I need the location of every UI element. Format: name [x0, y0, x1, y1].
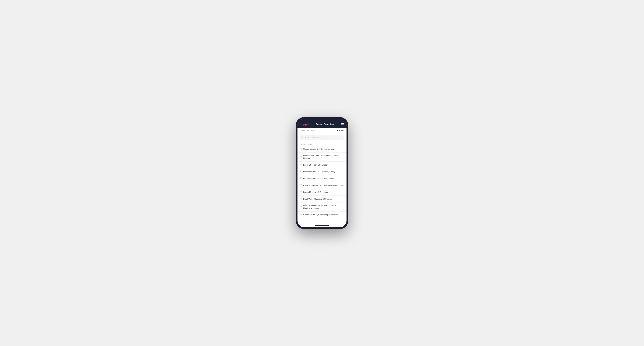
list-item[interactable]: Coombe Hill GC, Kingston upon Thames [298, 211, 346, 218]
svg-point-11 [301, 214, 301, 214]
nearby-section-label: Nearby courses [298, 142, 346, 146]
svg-point-4 [301, 164, 301, 164]
pin-icon [300, 148, 302, 151]
pin-icon [300, 163, 302, 167]
hamburger-line-2 [341, 124, 344, 125]
list-item[interactable]: Roehampton Club - Roehampton, Greater Lo… [298, 153, 346, 162]
list-item[interactable]: Dukes Meadows GC, London [298, 189, 346, 196]
svg-point-5 [301, 171, 301, 171]
course-name: North Middlesex GC (1011942 - North Midd… [303, 204, 344, 210]
pin-icon [300, 170, 302, 173]
course-name: Richmond Park GC - Duke's, London [303, 177, 335, 180]
hamburger-line-3 [341, 125, 344, 125]
search-container [298, 133, 346, 142]
course-name: London Scottish GC, London [303, 164, 328, 166]
content-area: Find a Golf Course Cancel Nearby courses [298, 128, 346, 227]
list-item[interactable]: London Scottish GC, London [298, 162, 346, 168]
svg-point-3 [301, 156, 301, 157]
search-icon [301, 136, 304, 139]
hamburger-line-1 [341, 123, 344, 124]
home-indicator [298, 224, 346, 227]
status-bar [298, 119, 346, 121]
course-name: Royal Wimbledon GC, Great London Authori… [303, 184, 343, 187]
nav-bar: clippd Recent Searches [298, 121, 346, 128]
svg-point-10 [301, 206, 301, 206]
svg-point-6 [301, 178, 301, 178]
find-header: Find a Golf Course Cancel [298, 128, 346, 133]
course-name: Coombe Hill GC, Kingston upon Thames [303, 213, 338, 216]
nav-title: Recent Searches [316, 123, 334, 126]
pin-icon [300, 197, 302, 200]
svg-point-7 [301, 184, 301, 185]
list-item[interactable]: Brent Valley Municipal GC, London [298, 196, 346, 202]
home-bar [315, 225, 329, 226]
svg-point-0 [302, 137, 303, 138]
app-logo: clippd [300, 123, 309, 126]
pin-icon [300, 213, 302, 216]
list-item[interactable]: Royal Wimbledon GC, Great London Authori… [298, 182, 346, 189]
svg-point-8 [301, 191, 301, 192]
course-name: Roehampton Club - Roehampton, Greater Lo… [303, 154, 344, 160]
svg-line-1 [303, 138, 303, 138]
find-label: Find a Golf Course [300, 130, 316, 132]
pin-icon [300, 177, 302, 180]
course-name: Central London Golf Centre, London [303, 148, 334, 150]
search-input[interactable] [304, 136, 343, 139]
course-name: Dukes Meadows GC, London [303, 191, 328, 193]
svg-point-9 [301, 198, 301, 198]
svg-point-2 [301, 148, 301, 149]
course-list: Central London Golf Centre, London Roeha… [298, 146, 346, 224]
pin-icon [300, 156, 302, 159]
course-name: Brent Valley Municipal GC, London [303, 198, 333, 200]
pin-icon [300, 190, 302, 194]
phone-screen: clippd Recent Searches Find a Golf Cours… [298, 119, 346, 227]
list-item[interactable]: Central London Golf Centre, London [298, 146, 346, 153]
list-item[interactable]: North Middlesex GC (1011942 - North Midd… [298, 202, 346, 211]
pin-icon [300, 205, 302, 209]
hamburger-menu-button[interactable] [341, 123, 344, 125]
pin-icon [300, 184, 302, 187]
list-item[interactable]: Richmond Park GC - Duke's, London [298, 175, 346, 182]
phone-frame: clippd Recent Searches Find a Golf Cours… [296, 117, 348, 229]
search-input-wrapper [300, 135, 344, 140]
cancel-button[interactable]: Cancel [337, 129, 344, 132]
list-item[interactable]: Richmond Park GC - Prince's, Surrey [298, 168, 346, 175]
course-name: Richmond Park GC - Prince's, Surrey [303, 171, 335, 173]
